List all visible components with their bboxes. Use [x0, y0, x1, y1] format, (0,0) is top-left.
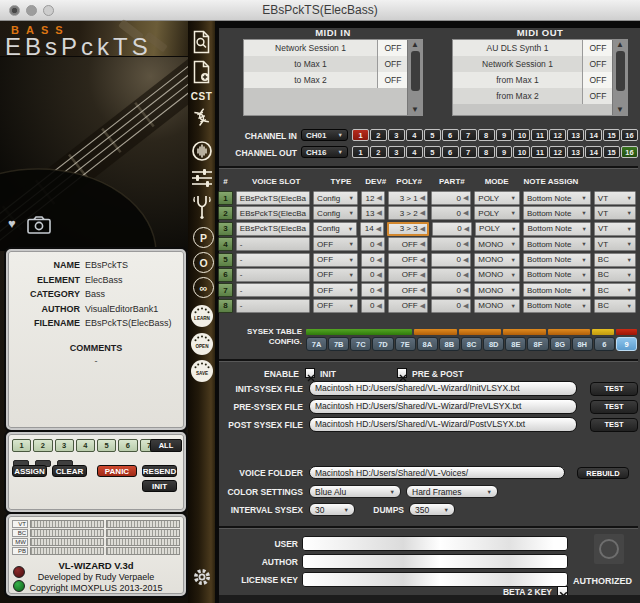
channel-button[interactable]: 16: [621, 146, 638, 158]
dev-number-stepper[interactable]: 0◀: [361, 237, 385, 251]
slot-number[interactable]: 5: [218, 253, 233, 267]
dev-number-stepper[interactable]: 0◀: [361, 253, 385, 267]
channel-button[interactable]: 5: [424, 146, 441, 158]
slot-number[interactable]: 6: [218, 268, 233, 282]
titlebar[interactable]: EBsPckTS(ElecBass): [0, 0, 640, 21]
rebuild-button[interactable]: REBUILD: [577, 467, 629, 479]
mode-select[interactable]: MONO▼: [474, 283, 520, 297]
meter-multislider[interactable]: [106, 547, 180, 555]
midi-in-scrollbar[interactable]: ▲ ▼: [407, 40, 422, 115]
slot-select-button[interactable]: 2: [33, 439, 52, 452]
clear-button[interactable]: CLEAR: [52, 465, 87, 477]
slot-number[interactable]: 8: [218, 299, 233, 313]
license-key-field[interactable]: [302, 572, 568, 587]
dev-number-stepper[interactable]: 12◀: [361, 191, 385, 205]
stepper-arrow-icon[interactable]: ◀: [463, 209, 468, 217]
channel-button[interactable]: 10: [513, 146, 530, 158]
channel-button[interactable]: 6: [442, 146, 459, 158]
user-field[interactable]: [302, 536, 568, 551]
stepper-arrow-icon[interactable]: ◀: [376, 194, 381, 202]
panic-button[interactable]: PANIC: [97, 465, 137, 477]
midi-port-row[interactable]: Network Session 1 OFF: [244, 40, 408, 56]
poly-number-stepper[interactable]: 3 > 3◀: [387, 222, 429, 236]
midi-port-row[interactable]: from Max 2 OFF: [453, 88, 613, 104]
stepper-arrow-icon[interactable]: ◀: [464, 225, 469, 233]
controller-select[interactable]: BC▼: [594, 268, 636, 282]
slot-name-field[interactable]: -: [236, 268, 310, 282]
stepper-arrow-icon[interactable]: ◀: [463, 256, 468, 264]
poly-number-stepper[interactable]: OFF◀: [388, 283, 428, 297]
midi-out-scrollbar[interactable]: ▲ ▼: [612, 40, 627, 115]
channel-button[interactable]: 3: [388, 146, 405, 158]
sysex-config-button[interactable]: 9: [616, 337, 637, 351]
midi-learn-button[interactable]: LEARN: [189, 304, 214, 332]
midi-port-row[interactable]: AU DLS Synth 1 OFF: [453, 40, 613, 56]
dev-number-stepper[interactable]: 14◀: [360, 222, 384, 236]
channel-button[interactable]: 10: [513, 129, 530, 141]
channel-button[interactable]: 8: [478, 146, 495, 158]
poly-number-stepper[interactable]: OFF◀: [388, 268, 428, 282]
meter-multislider[interactable]: [106, 520, 180, 528]
midi-port-state[interactable]: OFF: [582, 40, 613, 56]
sysex-file-field[interactable]: Macintosh HD:/Users/Shared/VL-Wizard/Pos…: [309, 417, 577, 432]
channel-button[interactable]: 5: [424, 129, 441, 141]
dev-number-stepper[interactable]: 0◀: [361, 283, 385, 297]
output-o-icon[interactable]: O: [191, 252, 216, 273]
channel-button[interactable]: 4: [406, 129, 423, 141]
mode-select[interactable]: MONO▼: [474, 299, 520, 313]
slot-all-button[interactable]: ALL: [150, 439, 182, 452]
midi-port-state[interactable]: OFF: [377, 40, 408, 56]
slot-name-field[interactable]: EBsPckTS(ElecBa: [236, 222, 310, 236]
stepper-arrow-icon[interactable]: ◀: [376, 271, 381, 279]
controller-select[interactable]: VT▼: [594, 191, 636, 205]
meter-multislider[interactable]: [106, 529, 180, 537]
channel-button[interactable]: 2: [370, 146, 387, 158]
channel-button[interactable]: 9: [496, 146, 513, 158]
scroll-up-arrow[interactable]: ▲: [616, 40, 624, 50]
scroll-thumb[interactable]: [411, 51, 420, 91]
slot-select-button[interactable]: 1: [12, 439, 31, 452]
controller-select[interactable]: VT▼: [594, 206, 636, 220]
slot-name-field[interactable]: -: [236, 253, 310, 267]
comments-value[interactable]: -: [8, 356, 184, 366]
midi-port-state[interactable]: OFF: [582, 56, 613, 72]
stepper-arrow-icon[interactable]: ◀: [420, 225, 425, 233]
poly-number-stepper[interactable]: 3 > 2◀: [388, 206, 428, 220]
channel-button[interactable]: 15: [603, 129, 620, 141]
stepper-arrow-icon[interactable]: ◀: [420, 286, 425, 294]
favorite-heart-icon[interactable]: ♥: [8, 216, 16, 231]
part-number-stepper[interactable]: 0◀: [431, 191, 471, 205]
channel-button[interactable]: 1: [352, 129, 369, 141]
note-assign-select[interactable]: Bottom Note▼: [523, 253, 591, 267]
stepper-arrow-icon[interactable]: ◀: [420, 209, 425, 217]
sysex-file-field[interactable]: Macintosh HD:/Users/Shared/VL-Wizard/Ini…: [309, 381, 577, 396]
meter-multislider[interactable]: [30, 520, 104, 528]
part-number-stepper[interactable]: 0◀: [431, 206, 471, 220]
stepper-arrow-icon[interactable]: ◀: [463, 194, 468, 202]
mode-select[interactable]: POLY▼: [474, 191, 520, 205]
type-select[interactable]: OFF▼: [313, 299, 358, 313]
stepper-arrow-icon[interactable]: ◀: [376, 256, 381, 264]
note-assign-select[interactable]: Bottom Note▼: [523, 222, 591, 236]
stepper-arrow-icon[interactable]: ◀: [376, 286, 381, 294]
stepper-arrow-icon[interactable]: ◀: [376, 302, 381, 310]
type-select[interactable]: OFF▼: [313, 268, 358, 282]
scroll-thumb[interactable]: [616, 51, 625, 91]
type-select[interactable]: OFF▼: [313, 237, 358, 251]
slot-select-button[interactable]: 6: [118, 439, 137, 452]
stepper-arrow-icon[interactable]: ◀: [463, 240, 468, 248]
voice-folder-field[interactable]: Macintosh HD:/Users/Shared/VL-Voices/: [309, 466, 565, 479]
note-assign-select[interactable]: Bottom Note▼: [523, 299, 591, 313]
controller-select[interactable]: VT▼: [594, 222, 636, 236]
channel-button[interactable]: 4: [406, 146, 423, 158]
test-button[interactable]: TEST: [590, 418, 638, 432]
load-patch-icon[interactable]: [189, 30, 214, 58]
stepper-arrow-icon[interactable]: ◀: [463, 302, 468, 310]
dna-helix-icon[interactable]: [189, 108, 214, 136]
slot-number[interactable]: 3: [218, 222, 233, 236]
sysex-config-button[interactable]: 8A: [417, 337, 438, 351]
midi-port-row[interactable]: Network Session 1 OFF: [453, 56, 613, 72]
dev-number-stepper[interactable]: 13◀: [361, 206, 385, 220]
frame-style-select[interactable]: Hard Frames▼: [406, 485, 498, 498]
channel-button[interactable]: 3: [388, 129, 405, 141]
